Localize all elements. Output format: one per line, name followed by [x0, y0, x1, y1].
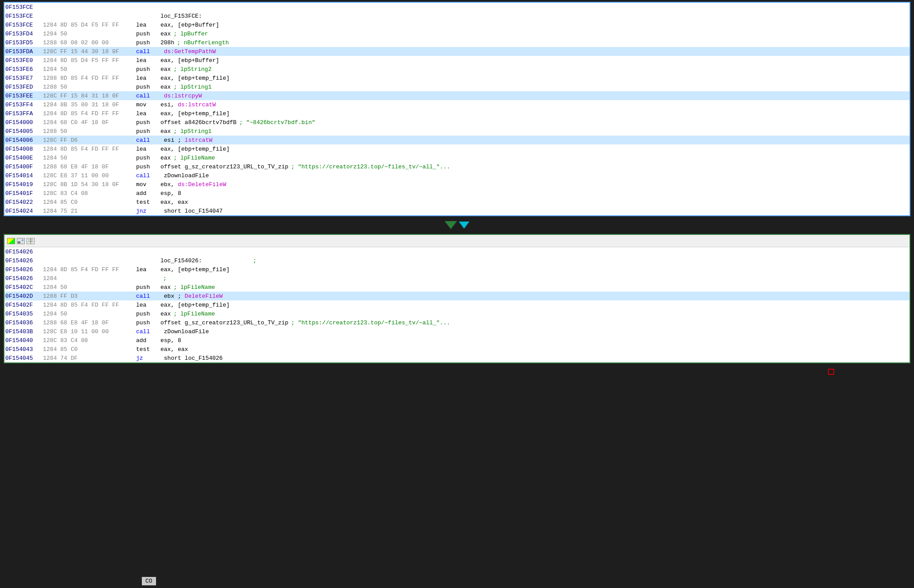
bottom-disasm-panel: 0F154026 0F154026 loc_F154026: ; 0F15402…: [4, 234, 910, 363]
main-container: 0F153FCE 0F153FCE loc_F153FCE: 0F153FCE …: [0, 0, 914, 588]
disasm-line-22: 0F154022 1284 85 C0 test eax, eax: [4, 198, 910, 206]
disasm-line-11: 0F153FF4 1284 8B 35 80 31 18 0F mov esi,…: [4, 100, 910, 109]
disasm-line-9: 0F153FED 1288 50 push eax ; lpString1: [4, 82, 910, 91]
disasm-line-16: 0F154008 1284 8D 85 F4 FD FF FF lea eax,…: [4, 144, 910, 153]
disasm-line-19: 0F154014 128C E8 37 11 00 00 call zDownl…: [4, 171, 910, 180]
disasm-line-2: 0F153FCE 1284 8D 85 D4 F5 FF FF lea eax,…: [4, 20, 910, 29]
flow-arrows: [0, 216, 914, 234]
bottom-line-12: 0F154045 1284 74 DF jz short loc_F154026: [4, 354, 910, 362]
disasm-line-7: 0F153FE6 1284 50 push eax ; lpString2: [4, 65, 910, 74]
bottom-line-1: 0F154026: [4, 247, 910, 256]
bottom-line-5: 0F15402D 1288 FF D3 call ebx ; DeleteFil…: [4, 292, 910, 300]
bottom-line-6: 0F15402F 1284 8D 85 F4 FD FF FF lea eax,…: [4, 300, 910, 309]
bottom-panel-toolbar: [4, 235, 910, 247]
disasm-line-23: 0F154024 1284 75 21 jnz short loc_F15404…: [4, 206, 910, 215]
disasm-line-1: 0F153FCE: [4, 3, 910, 12]
disasm-line-21: 0F15401F 128C 83 C4 08 add esp, 8: [4, 189, 910, 198]
error-marker: [828, 369, 834, 375]
color-icon[interactable]: [7, 238, 15, 244]
bottom-line-10: 0F154040 128C 83 C4 08 add esp, 8: [4, 336, 910, 345]
status-area: CO: [0, 365, 914, 588]
disasm-line-13: 0F154000 1284 68 C0 4F 18 0F push offset…: [4, 118, 910, 127]
disasm-line-3: 0F153FD4 1284 50 push eax ; lpBuffer: [4, 29, 910, 38]
bottom-disasm-content[interactable]: 0F154026 0F154026 loc_F154026: ; 0F15402…: [4, 247, 910, 362]
bottom-line-7: 0F154035 1284 50 push eax ; lpFileName: [4, 309, 910, 318]
disasm-line-18: 0F15400F 1288 68 E8 4F 18 0F push offset…: [4, 162, 910, 171]
arrow-cyan: [459, 222, 469, 229]
disasm-line-20: 0F154019 128C 8B 1D 54 30 18 0F mov ebx,…: [4, 180, 910, 189]
image-icon[interactable]: [17, 238, 25, 244]
bottom-line-3: 0F154026 1284 ;: [4, 274, 910, 283]
disasm-line-10: 0F153FEE 128C FF 15 84 31 18 0F call ds:…: [4, 91, 910, 100]
disasm-line-5: 0F153FDA 128C FF 15 44 30 18 0F call ds:…: [4, 47, 910, 56]
bottom-line-9: 0F15403B 128C E8 10 11 00 00 call zDownl…: [4, 327, 910, 336]
disasm-line-17: 0F15400E 1284 50 push eax ; lpFileName: [4, 153, 910, 162]
disasm-line-12: 0F153FFA 1284 8D 85 F4 FD FF FF lea eax,…: [4, 109, 910, 118]
status-co-badge: CO: [142, 577, 156, 585]
arrow-green: [445, 221, 457, 229]
grid-icon[interactable]: [27, 238, 35, 244]
disasm-line-4: 0F153FD5 1288 68 08 02 00 00 push 208h ;…: [4, 38, 910, 47]
disasm-line-14: 0F154005 1288 50 push eax ; lpString1: [4, 127, 910, 136]
disasm-line-15: 0F154006 128C FF D6 call esi ; lstrcatW: [4, 136, 910, 144]
top-disasm-panel: 0F153FCE 0F153FCE loc_F153FCE: 0F153FCE …: [4, 2, 910, 216]
bottom-line-11: 0F154043 1284 85 C0 test eax, eax: [4, 345, 910, 354]
disasm-line-6: 0F153FE0 1284 8D 85 D4 F5 FF FF lea eax,…: [4, 56, 910, 65]
bottom-line-2: 0F154026 1284 8D 85 F4 FD FF FF lea eax,…: [4, 265, 910, 274]
bottom-line-4: 0F15402C 1284 50 push eax ; lpFileName: [4, 283, 910, 292]
bottom-line-label: 0F154026 loc_F154026: ;: [4, 256, 910, 265]
bottom-line-8: 0F154036 1288 68 E8 4F 18 0F push offset…: [4, 318, 910, 327]
disasm-line-8: 0F153FE7 1288 8D 85 F4 FD FF FF lea eax,…: [4, 74, 910, 82]
disasm-line-label-1: 0F153FCE loc_F153FCE:: [4, 12, 910, 20]
top-disasm-content[interactable]: 0F153FCE 0F153FCE loc_F153FCE: 0F153FCE …: [4, 3, 910, 215]
